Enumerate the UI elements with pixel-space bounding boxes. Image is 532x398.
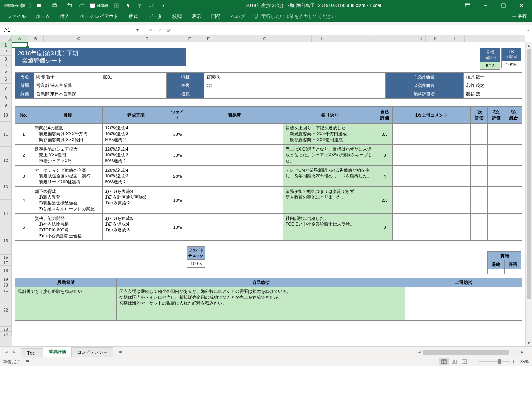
sheet-tab[interactable]: 業績評価 [43,346,72,357]
zoom-level[interactable]: 85% [520,359,529,364]
row-header[interactable]: 4 [0,63,12,68]
macro-record-icon[interactable] [25,359,30,364]
goal-row: 3 マーケティング戦略の立案 新規販促企画の提案、実行 新規リード200社獲得 … [15,166,522,187]
tab-home[interactable]: ホーム [31,12,55,22]
sort-button[interactable] [146,1,157,10]
share-button[interactable]: 共有 [508,12,530,21]
column-header[interactable]: F [199,35,218,42]
worksheet-grid: ABCDEFGHIJKL 123456789101112131415161718… [0,35,532,346]
gridlines-checkbox[interactable] [90,3,95,8]
scroll-up-button[interactable]: ▴ [526,42,532,49]
pointer-button[interactable] [123,1,133,10]
row-header[interactable]: 5 [0,68,12,74]
row-header[interactable]: 11 [0,122,12,147]
page-layout-view-button[interactable] [450,358,459,365]
row-header[interactable]: 22 [0,293,12,327]
row-header[interactable]: 14 [0,200,12,227]
row-header[interactable]: 7 [0,84,12,93]
vertical-scrollbar[interactable]: ▴ ▾ [525,42,532,346]
tab-developer[interactable]: 開発 [207,12,225,22]
row-header[interactable]: 17 [0,260,12,266]
row-header[interactable]: 1 [0,42,12,48]
enter-formula-button[interactable]: ✓ [155,26,164,34]
print-preview-button[interactable] [50,1,60,10]
row-header[interactable]: 10 [0,108,12,122]
redo-button[interactable] [77,1,87,10]
row-header[interactable]: 20 [0,283,12,287]
chevron-down-icon[interactable]: ▾ [136,27,139,33]
column-header[interactable]: J [416,35,426,42]
sheet-tab[interactable]: コンピテンシー [71,347,113,357]
tab-formulas[interactable]: 数式 [124,12,143,22]
tab-data[interactable]: データ [143,12,167,22]
row-header[interactable]: 13 [0,174,12,200]
sheet-nav-prev[interactable]: ◂ [3,348,10,356]
column-header[interactable]: G [218,35,312,42]
column-header[interactable]: E [180,35,199,42]
tab-insert[interactable]: 挿入 [55,12,74,22]
undo-button[interactable] [65,1,75,10]
borders-button[interactable] [111,1,121,10]
scroll-left-button[interactable]: ◂ [416,350,423,355]
gridlines-toggle[interactable]: 目盛線 [88,3,110,8]
scroll-down-button[interactable]: ▾ [526,340,532,346]
scroll-thumb[interactable] [527,49,531,299]
sheet-tab[interactable]: Title_ [21,348,43,357]
hscroll-thumb[interactable] [423,350,509,355]
save-button[interactable] [34,1,45,10]
zoom-slider[interactable] [479,361,510,362]
row-header[interactable]: 3 [0,56,12,63]
tab-file[interactable]: ファイル [2,12,30,22]
fx-icon[interactable]: fx [167,28,171,32]
row-header[interactable]: 21 [0,287,12,293]
filter-button[interactable] [135,1,145,10]
formula-input[interactable] [172,26,524,34]
row-header[interactable]: 19 [0,275,12,283]
row-header[interactable]: 24 [0,332,12,337]
tab-page-layout[interactable]: ページ レイアウト [75,12,123,22]
tab-view[interactable]: 表示 [187,12,206,22]
tab-review[interactable]: 校閲 [168,12,186,22]
new-sheet-button[interactable]: ⊕ [115,347,126,357]
column-header[interactable]: A [12,35,28,42]
column-header[interactable]: H [312,35,330,42]
column-header[interactable]: D [114,35,180,42]
column-header[interactable]: I [330,35,416,42]
sheet-nav-next[interactable]: ▸ [11,348,18,356]
maximize-button[interactable] [495,0,512,11]
tab-help[interactable]: ヘルプ [226,12,250,22]
row-header[interactable]: 15 [0,227,12,255]
column-header[interactable]: C [44,35,114,42]
column-header[interactable]: K [426,35,445,42]
goal-row: 5 資格、能力開発 1)社内試験合格 2)TOEIC 800点 3)中小企業診断… [15,214,522,241]
select-all-corner[interactable] [0,35,12,42]
normal-view-button[interactable] [439,358,449,365]
page-break-view-button[interactable] [460,358,469,365]
zoom-in-button[interactable]: + [512,359,515,364]
scroll-right-button[interactable]: ▸ [519,350,525,355]
ribbon-display-button[interactable] [459,0,477,11]
row-header[interactable]: 12 [0,147,12,174]
status-bar: 準備完了 − + 85% [0,357,532,366]
name-box[interactable]: A1▾ [2,26,141,34]
row-header[interactable]: 8 [0,93,12,102]
svg-rect-18 [455,360,457,363]
column-header[interactable]: B [28,35,44,42]
row-header[interactable]: 16 [0,255,12,260]
horizontal-scrollbar[interactable]: ◂ ▸ [416,349,525,355]
sheet-content[interactable]: 2018年度(第31期) 下期 業績評価シート 目標 面談日 5/12 FB 面… [12,42,525,346]
minimize-button[interactable] [477,0,495,11]
row-header[interactable]: 23 [0,327,12,332]
qat-customize-button[interactable]: ▾ [158,1,168,10]
row-header[interactable]: 2 [0,48,12,56]
tell-me-search[interactable]: 実行したい作業を入力してください [250,13,339,20]
column-header[interactable]: L [445,35,465,42]
zoom-out-button[interactable]: − [474,359,476,364]
close-button[interactable] [512,0,530,11]
row-header[interactable]: 6 [0,74,12,84]
cancel-formula-button[interactable]: ✕ [146,26,155,34]
row-header[interactable]: 9 [0,102,12,108]
row-header[interactable]: 18 [0,266,12,275]
autosave-toggle[interactable]: 自動保存 [2,3,33,8]
expand-formula-button[interactable]: ⌄ [524,27,532,32]
